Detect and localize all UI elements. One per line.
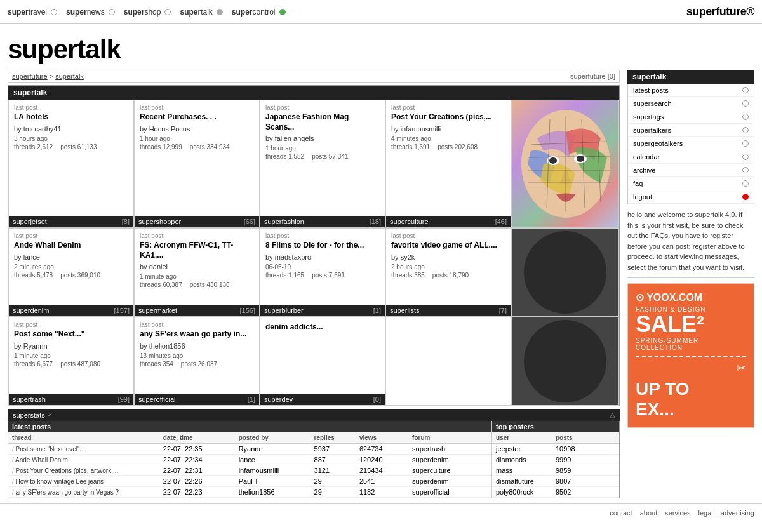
footer-advertising[interactable]: advertising bbox=[721, 509, 754, 517]
nav-dot-supernews bbox=[109, 9, 115, 15]
sidebar-header: supertalk bbox=[627, 70, 754, 84]
poster-posts: 9502 bbox=[556, 488, 615, 496]
time-ago: 1 hour ago bbox=[140, 135, 254, 142]
sidebar-item-supertalkers[interactable]: supertalkers bbox=[628, 124, 754, 137]
last-post-label: last post bbox=[14, 321, 128, 328]
sidebar-item-logout[interactable]: logout bbox=[628, 190, 754, 204]
breadcrumb-home-link[interactable]: superfuture bbox=[12, 72, 48, 80]
forum-name-bar[interactable]: supermarket [156] bbox=[135, 305, 259, 316]
forum-cell-superlists[interactable]: last post favorite video game of ALL....… bbox=[385, 228, 511, 317]
forum-name-bar[interactable]: superofficial [1] bbox=[135, 394, 259, 405]
latest-posts-inner: latest posts thread date, time posted by… bbox=[8, 421, 619, 498]
footer-legal[interactable]: legal bbox=[698, 509, 713, 517]
footer-services[interactable]: services bbox=[665, 509, 690, 517]
ad-banner[interactable]: ⊙ YOOX.COM FASHION & DESIGN SALE² SPRING… bbox=[627, 283, 754, 428]
forum-cell-superdev[interactable]: denim addicts... superdev [0] bbox=[260, 317, 385, 406]
post-views: 1182 bbox=[359, 488, 412, 496]
post-row-1: Post some "Next level"... 22-07, 22:35 R… bbox=[8, 444, 491, 455]
breadcrumb: superfuture > supertalk bbox=[12, 72, 84, 80]
nav-supertalk[interactable]: supertalk bbox=[180, 8, 231, 17]
forum-row-1: last post LA hotels by tmccarthy41 3 hou… bbox=[8, 100, 619, 228]
circle-placeholder-2 bbox=[524, 320, 606, 402]
post-thread[interactable]: Post some "Next level"... bbox=[12, 446, 163, 453]
posts-stat: posts 18,790 bbox=[432, 272, 469, 279]
superstats-bar: superstats ✓ △ bbox=[8, 409, 620, 421]
sidebar-item-supersearch[interactable]: supersearch bbox=[628, 97, 754, 110]
svg-point-2 bbox=[549, 157, 557, 164]
breadcrumb-current-link[interactable]: supertalk bbox=[55, 72, 84, 80]
post-row-4: How to know vintage Lee jeans 22-07, 22:… bbox=[8, 476, 491, 487]
forum-cell-superculture[interactable]: last post Post Your Creations (pics,... … bbox=[385, 100, 511, 228]
nav-supercontrol[interactable]: supercontrol bbox=[232, 8, 295, 17]
sidebar-item-supergeotalkers[interactable]: supergeotalkers bbox=[628, 137, 754, 150]
thread-title: favorite video game of ALL.... bbox=[391, 241, 505, 251]
ad-sale: SALE² bbox=[636, 313, 746, 336]
post-thread[interactable]: any SF'ers waan go party in Vegas ? bbox=[12, 489, 163, 496]
time-ago: 2 hours ago bbox=[391, 263, 505, 270]
post-thread[interactable]: Ande Whall Denim bbox=[12, 456, 163, 463]
post-views: 624734 bbox=[359, 445, 412, 453]
forum-count: [66] bbox=[244, 218, 255, 225]
sidebar-item-archive[interactable]: archive bbox=[628, 164, 754, 177]
nav-supertravel[interactable]: supertravel bbox=[8, 8, 66, 17]
post-forum: superdenim bbox=[412, 456, 488, 463]
sidebar-item-faq[interactable]: faq bbox=[628, 177, 754, 190]
forum-name-bar[interactable]: superfashion [18] bbox=[260, 216, 385, 227]
post-thread[interactable]: Post Your Creations (pics, artwork,... bbox=[12, 467, 163, 474]
post-row-3: Post Your Creations (pics, artwork,... 2… bbox=[8, 465, 491, 476]
forum-name-bar[interactable]: superdenim [157] bbox=[9, 305, 133, 316]
forum-name: superjetset bbox=[13, 218, 47, 225]
forum-name-bar[interactable]: superjetset [8] bbox=[9, 216, 133, 227]
forum-name: supershopper bbox=[138, 218, 181, 225]
forum-name-bar[interactable]: supershopper [66] bbox=[135, 216, 259, 227]
forum-name-bar[interactable]: superculture [46] bbox=[386, 216, 511, 227]
sidebar-label: supersearch bbox=[633, 100, 672, 107]
nav-dot-supertalk bbox=[217, 9, 223, 15]
forum-name-bar[interactable]: supertrash [99] bbox=[9, 394, 133, 405]
footer-about[interactable]: about bbox=[640, 509, 658, 517]
forum-count: [1] bbox=[248, 396, 255, 403]
forum-count: [99] bbox=[118, 396, 130, 403]
forum-cell-supershopper[interactable]: last post Recent Purchases. . . by Hocus… bbox=[134, 100, 260, 228]
sidebar-item-supertags[interactable]: supertags bbox=[628, 110, 754, 124]
posts-stat: posts 369,010 bbox=[60, 272, 100, 279]
sidebar-dot-supersearch bbox=[742, 100, 749, 107]
sidebar-label: supertalkers bbox=[633, 126, 671, 134]
post-thread[interactable]: How to know vintage Lee jeans bbox=[12, 478, 163, 485]
nav-supernews[interactable]: supernews bbox=[66, 8, 124, 17]
sidebar-dot-latest-posts bbox=[742, 87, 749, 93]
forum-name: superfashion bbox=[264, 218, 304, 225]
last-post-label: last post bbox=[265, 104, 380, 111]
thread-title: Post Your Creations (pics,... bbox=[391, 112, 505, 123]
thread-title: denim addicts... bbox=[265, 323, 380, 333]
forum-name-bar[interactable]: superblurber [1] bbox=[260, 305, 385, 316]
top-posters-columns: user posts bbox=[492, 432, 619, 444]
thread-title: FS: Acronym FFW-C1, TT-KA1,... bbox=[140, 241, 254, 260]
face-image-cell bbox=[511, 100, 619, 228]
poster-row-4: dismalfuture 9807 bbox=[492, 476, 619, 487]
ad-logo: ⊙ YOOX.COM bbox=[636, 291, 746, 303]
threads-stat: threads 354 bbox=[140, 361, 173, 368]
nav-supershop[interactable]: supershop bbox=[124, 8, 180, 17]
latest-posts-header: latest posts bbox=[8, 421, 491, 432]
forum-cell-superjetset[interactable]: last post LA hotels by tmccarthy41 3 hou… bbox=[8, 100, 134, 228]
forum-cell-supertrash[interactable]: last post Post some "Next..." by Ryannn … bbox=[8, 317, 134, 406]
forum-name-bar[interactable]: superdev [0] bbox=[260, 394, 385, 405]
post-row-2: Ande Whall Denim 22-07, 22:34 lance 887 … bbox=[8, 455, 491, 465]
forum-cell-superblurber[interactable]: last post 8 Films to Die for - for the..… bbox=[260, 228, 385, 317]
sidebar-item-calendar[interactable]: calendar bbox=[628, 150, 754, 164]
post-views: 2541 bbox=[359, 477, 412, 485]
main-layout: superfuture > supertalk superfuture [0] … bbox=[0, 70, 762, 498]
circle-image-cell-2 bbox=[511, 317, 619, 406]
sidebar-item-latest-posts[interactable]: latest posts bbox=[628, 84, 754, 97]
forum-cell-superdenim[interactable]: last post Ande Whall Denim by lance 2 mi… bbox=[8, 228, 134, 317]
forum-cell-superfashion[interactable]: last post Japanese Fashion Mag Scans... … bbox=[260, 100, 385, 228]
footer-contact[interactable]: contact bbox=[610, 509, 632, 517]
sidebar-label: supertags bbox=[633, 113, 664, 121]
expand-icon[interactable]: △ bbox=[610, 411, 615, 419]
post-poster: infamousmilli bbox=[239, 467, 314, 474]
forum-name-bar[interactable]: superlists [7] bbox=[386, 305, 511, 316]
forum-cell-superofficial[interactable]: last post any SF'ers waan go party in...… bbox=[134, 317, 260, 406]
forum-cell-supermarket[interactable]: last post FS: Acronym FFW-C1, TT-KA1,...… bbox=[134, 228, 260, 317]
threads-stat: threads 12,999 bbox=[140, 143, 182, 150]
